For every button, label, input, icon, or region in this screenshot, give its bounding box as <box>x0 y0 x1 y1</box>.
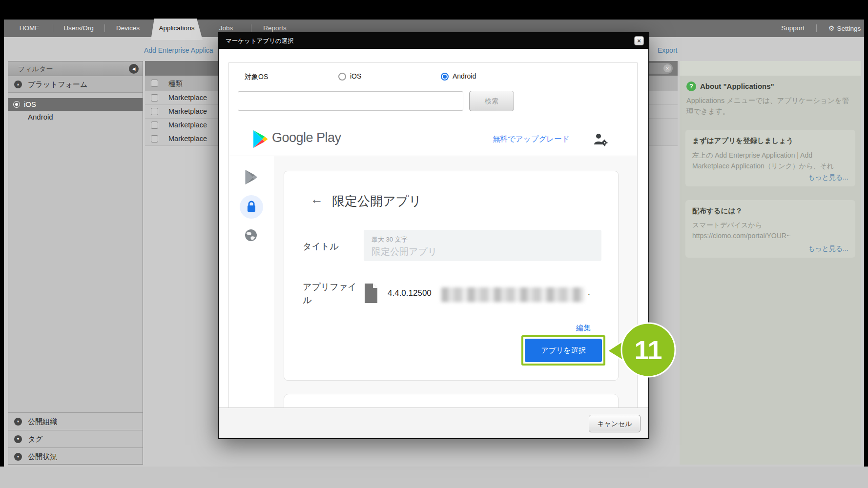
help-panel-description: Applications メニューでは、アプリケーションを管理できます。 <box>686 95 854 117</box>
nav-settings-label: Settings <box>837 25 861 32</box>
collapse-sidebar-button[interactable]: ◀ <box>129 64 139 74</box>
filter-title: フィルター <box>18 61 53 76</box>
help-card-title: まずはアプリを登録しましょう <box>692 136 848 145</box>
ios-radio-label[interactable]: iOS <box>350 72 361 80</box>
chevron-down-icon: ▼ <box>14 418 22 426</box>
nav-applications-active-tab[interactable]: Applications <box>151 19 203 40</box>
clear-search-icon[interactable]: × <box>663 64 671 72</box>
row-checkbox[interactable] <box>151 94 158 102</box>
select-all-checkbox[interactable] <box>151 80 158 87</box>
app-title-label: タイトル <box>303 241 339 252</box>
redacted-file-name <box>441 287 584 302</box>
collapse-left-icon: ◀ <box>132 66 136 71</box>
chevron-down-icon: ▼ <box>14 435 22 443</box>
filter-option-android[interactable]: Android <box>8 111 143 123</box>
step-11-callout: 11 <box>605 320 679 382</box>
modal-title: マーケットアプリの選択 <box>226 33 294 49</box>
help-card-body: 左上の Add Enterprise Application | Add Mar… <box>692 150 849 171</box>
google-play-wordmark: Google Play <box>272 130 341 145</box>
filter-group-publish-status-label: 公開状況 <box>28 448 57 466</box>
android-radio[interactable] <box>441 73 449 81</box>
filter-option-ios-label: iOS <box>24 98 36 111</box>
managed-play-frame: ← 限定公開アプリ タイトル 最大 30 文字 限定公開アプリ アプリファイル … <box>229 156 637 407</box>
row-type: Marketplace <box>168 94 207 102</box>
chevron-down-icon: ▼ <box>14 453 22 461</box>
row-checkbox[interactable] <box>151 122 158 129</box>
filter-header: フィルター ◀ <box>8 61 143 76</box>
frame-left <box>0 20 4 467</box>
see-more-link[interactable]: もっと見る... <box>808 244 848 253</box>
add-enterprise-application-link[interactable]: Add Enterprise Applica <box>144 46 213 54</box>
filter-option-android-label: Android <box>28 111 53 123</box>
chevron-up-icon: ▲ <box>14 81 22 88</box>
frame-top <box>0 0 868 20</box>
ios-radio[interactable] <box>338 73 346 81</box>
help-card-body-line2: https://clomo.com/portal/YOUR~ <box>692 230 849 241</box>
question-icon: ? <box>686 81 696 91</box>
document-icon <box>364 283 378 304</box>
close-icon[interactable]: × <box>634 36 644 45</box>
help-card-distribute: 配布するには？ スマートデバイスから https://clomo.com/por… <box>685 200 855 258</box>
nav-separator <box>53 24 53 32</box>
row-type: Marketplace <box>168 121 207 129</box>
app-title-hint: 最大 30 文字 <box>372 235 594 244</box>
cancel-button[interactable]: キャンセル <box>589 415 641 432</box>
filter-option-ios-selected[interactable]: iOS <box>8 98 143 111</box>
market-app-select-modal: マーケットアプリの選択 × 対象OS iOS Android 検索 Google… <box>218 32 649 439</box>
app-title-input[interactable]: 最大 30 文字 限定公開アプリ <box>364 230 601 261</box>
row-checkbox[interactable] <box>151 108 158 115</box>
modal-title-bar: マーケットアプリの選択 × <box>219 33 648 49</box>
help-panel-title: About "Applications" <box>700 82 774 90</box>
private-app-card: ← 限定公開アプリ タイトル 最大 30 文字 限定公開アプリ アプリファイル … <box>284 171 619 381</box>
file-name-suffix: . <box>588 287 590 297</box>
help-panel: ? About "Applications" Applications メニュー… <box>680 61 861 465</box>
globe-tab-icon[interactable] <box>244 228 258 242</box>
row-type: Marketplace <box>168 135 207 142</box>
nav-support[interactable]: Support <box>771 20 814 37</box>
edit-link[interactable]: 編集 <box>576 324 591 333</box>
app-title-placeholder: 限定公開アプリ <box>372 245 594 258</box>
admin-account-gear-icon[interactable] <box>593 132 608 147</box>
app-search-input[interactable] <box>238 91 463 111</box>
nav-users-org[interactable]: Users/Org <box>56 20 102 37</box>
back-arrow-icon[interactable]: ← <box>310 192 323 207</box>
filter-group-platform-label: プラットフォーム <box>28 76 87 93</box>
see-more-link[interactable]: もっと見る... <box>808 173 848 182</box>
filter-group-published-org-label: 公開組織 <box>28 413 57 430</box>
screen: HOME Users/Org Devices Applications Jobs… <box>0 0 868 488</box>
upgrade-free-link[interactable]: 無料でアップグレード <box>493 134 570 144</box>
filter-group-tag[interactable]: ▼ タグ <box>8 430 143 447</box>
filter-group-platform[interactable]: ▲ プラットフォーム <box>8 76 143 93</box>
help-card-register: まずはアプリを登録しましょう 左上の Add Enterprise Applic… <box>685 130 855 186</box>
filter-group-published-org[interactable]: ▼ 公開組織 <box>8 412 143 430</box>
private-apps-tab-active[interactable] <box>240 195 263 219</box>
nav-separator <box>816 24 817 32</box>
google-play-logo-icon <box>251 129 269 149</box>
frame-right <box>864 20 868 467</box>
type-column-header: 種類 <box>168 79 183 88</box>
row-checkbox[interactable] <box>151 135 158 142</box>
nav-settings[interactable]: ⚙Settings <box>821 20 868 37</box>
lock-icon <box>246 201 257 213</box>
android-radio-label[interactable]: Android <box>453 72 476 80</box>
app-file-version: 4.4.0.12500 <box>388 288 432 298</box>
play-store-tab-icon[interactable] <box>244 169 258 185</box>
step-number: 11 <box>621 323 675 377</box>
filter-group-publish-status[interactable]: ▼ 公開状況 <box>8 447 143 465</box>
app-file-label: アプリファイル <box>303 281 360 307</box>
step-highlight-box: アプリを選択 <box>521 335 605 366</box>
row-type: Marketplace <box>168 107 207 115</box>
nav-home[interactable]: HOME <box>12 20 47 37</box>
nav-separator <box>251 24 251 32</box>
export-link[interactable]: Export <box>658 46 677 54</box>
search-button[interactable]: 検索 <box>469 91 514 111</box>
modal-content-box: 対象OS iOS Android 検索 Google Play 無料でアップグレ… <box>228 62 638 407</box>
filter-group-tag-label: タグ <box>28 430 43 448</box>
select-app-button[interactable]: アプリを選択 <box>525 339 602 362</box>
modal-footer: キャンセル <box>219 407 648 438</box>
help-card-body-line1: スマートデバイスから <box>692 220 849 230</box>
nav-devices[interactable]: Devices <box>107 20 148 37</box>
private-app-heading: 限定公開アプリ <box>332 193 422 210</box>
selected-option-icon <box>13 101 20 108</box>
nav-separator <box>104 24 105 32</box>
